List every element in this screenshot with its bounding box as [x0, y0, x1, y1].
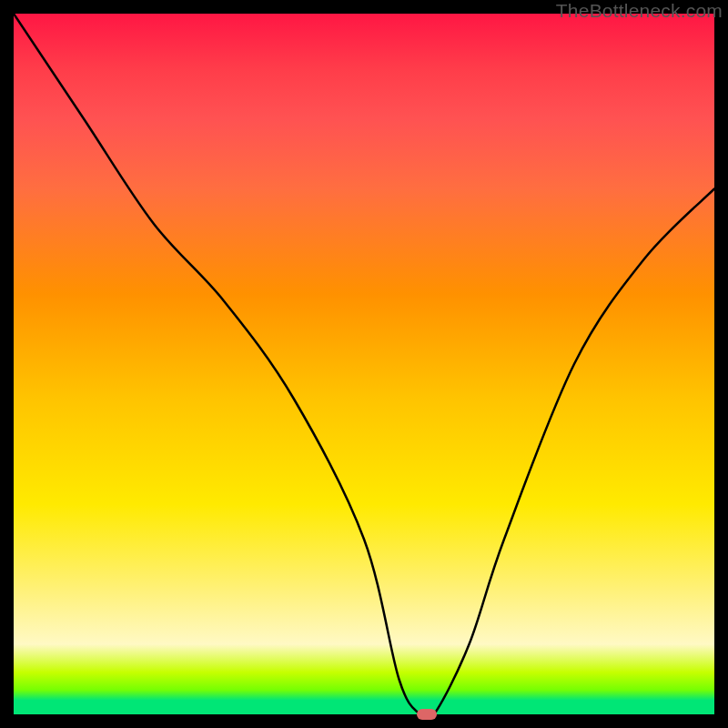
plot-area — [14, 14, 714, 714]
watermark-text: TheBottleneck.com — [556, 0, 723, 22]
bottleneck-curve-path — [14, 14, 714, 714]
curve-svg — [14, 14, 714, 714]
optimal-point-marker — [417, 709, 437, 720]
bottleneck-chart: TheBottleneck.com — [0, 0, 728, 728]
